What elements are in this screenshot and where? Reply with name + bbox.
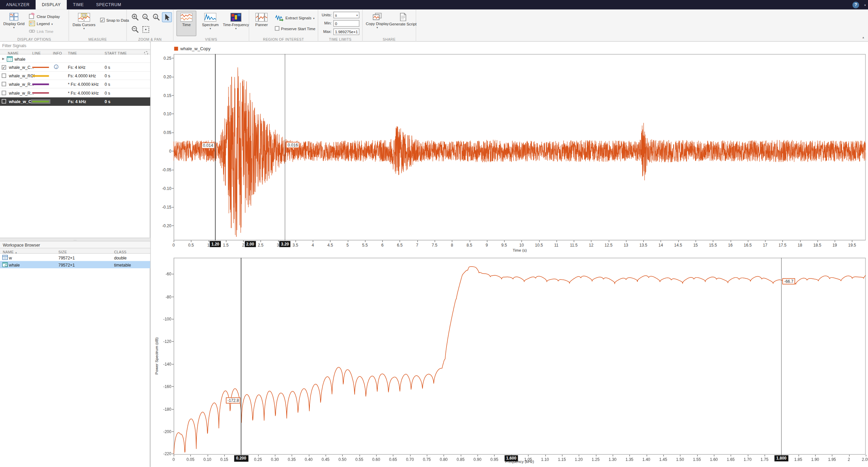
display-grid-icon <box>9 13 18 21</box>
data-cursors-button[interactable]: 2.5 Data Cursors ▾ <box>71 11 97 36</box>
cursor-x-label[interactable]: 1.20 <box>210 241 221 247</box>
time-plot[interactable]: 0.0140.016 <box>174 54 866 240</box>
signal-row[interactable]: whale_w_C...Fs: 4 kHz0 s <box>0 97 150 105</box>
ws-column-name[interactable]: NAME ▲ <box>3 250 17 254</box>
panel-divider[interactable] <box>150 42 151 467</box>
signal-visibility-checkbox[interactable] <box>2 99 6 103</box>
max-time-input[interactable] <box>333 28 359 35</box>
snap-to-data-checkbox[interactable]: ✓ <box>100 18 104 22</box>
clear-display-button[interactable]: Clear Display <box>29 13 60 20</box>
signal-row[interactable]: whale_w_ROIFs: 4.0000 kHz0 s <box>0 72 150 80</box>
cursor-value-label[interactable]: -66.7 <box>783 278 795 284</box>
collapse-ribbon-icon[interactable]: ▲ <box>862 36 865 39</box>
zoom-in-button[interactable] <box>130 12 140 22</box>
cursor-x-label[interactable]: 3.20 <box>279 241 291 247</box>
tab-display[interactable]: DISPLAY <box>36 0 67 9</box>
panner-button[interactable]: Panner <box>252 11 272 36</box>
x-tick <box>365 240 366 242</box>
window-menu-caret-icon[interactable]: ▾ <box>864 3 866 7</box>
signal-row[interactable]: whale_w_R...* Fs: 4.0000 kHz0 s <box>0 80 150 89</box>
ws-column-size[interactable]: SIZE <box>58 250 67 254</box>
ws-column-class[interactable]: CLASS <box>114 250 126 254</box>
x-tick-label: 10.5 <box>531 242 547 248</box>
section-measure: 2.5 Data Cursors ▾ ✓ Snap to Data MEASUR… <box>69 9 127 42</box>
workspace-row[interactable]: w79572×1double <box>0 254 150 261</box>
link-icon <box>29 28 35 35</box>
pointer-tool-button[interactable] <box>162 12 172 22</box>
timetable-icon <box>2 262 8 268</box>
link-time-button: Link Time <box>29 28 53 35</box>
signal-visibility-checkbox[interactable] <box>2 74 6 78</box>
generate-script-button[interactable]: Generate Script <box>391 11 415 36</box>
y-tick <box>172 58 174 59</box>
min-label: Min: <box>319 21 332 25</box>
signal-analyzer-app: ANALYZER DISPLAY TIME SPECTRUM ? ▾ Displ… <box>0 0 868 467</box>
x-tick-label: 1.20 <box>570 457 587 462</box>
section-zoom-pan: x y ZOOM & PAN <box>127 9 174 42</box>
tab-time[interactable]: TIME <box>67 0 90 9</box>
spectrum-plot[interactable]: -172.8-66.7 <box>174 258 866 455</box>
x-tick-label: 1.65 <box>722 457 739 462</box>
zoom-out-button[interactable] <box>130 24 140 35</box>
signal-visibility-checkbox[interactable] <box>2 82 6 86</box>
x-tick-label: 0 <box>165 242 182 248</box>
cursor-value-label[interactable]: 0.014 <box>201 142 215 149</box>
x-tick <box>748 240 748 242</box>
x-tick <box>393 455 394 456</box>
units-dropdown[interactable]: s ▾ <box>333 12 359 18</box>
legend-button[interactable]: Legend ▾ <box>29 21 53 27</box>
zoom-x-button[interactable]: x <box>141 12 151 22</box>
min-time-input[interactable] <box>333 20 359 27</box>
zoom-y-button[interactable]: y <box>151 12 161 22</box>
spectrum-view-button[interactable]: Spectrum ▾ <box>199 11 222 36</box>
x-tick-label: 1.35 <box>621 457 638 462</box>
copy-display-button[interactable]: Copy Display ▾ <box>365 11 390 36</box>
snap-to-data-checkbox-row[interactable]: ✓ Snap to Data <box>100 18 129 22</box>
tab-spectrum[interactable]: SPECTRUM <box>90 0 127 9</box>
x-tick-label: 6.5 <box>391 242 408 248</box>
dropdown-caret-icon: ▾ <box>13 26 15 28</box>
cursor-x-label[interactable]: 0.200 <box>234 455 248 461</box>
signal-line-swatch <box>32 67 49 68</box>
display-grid-button[interactable]: Display Grid ▾ <box>2 11 26 36</box>
time-view-button[interactable]: Time <box>176 11 196 36</box>
cursor-value-label[interactable]: -172.8 <box>226 397 241 404</box>
signal-group-row[interactable]: ▶ whale <box>0 55 150 63</box>
signal-row[interactable]: ✓whale_w_C...iFs: 4 kHz0 s <box>0 63 150 72</box>
cursor-value-label[interactable]: 0.016 <box>286 142 300 148</box>
x-tick-label: 1.95 <box>824 457 840 462</box>
expand-arrow-icon[interactable]: ▶ <box>2 57 5 60</box>
info-icon[interactable]: i <box>54 65 58 69</box>
x-tick <box>494 455 495 456</box>
time-frequency-view-button[interactable]: Time-Frequency ▾ <box>224 11 248 36</box>
workspace-row[interactable]: whale79572×1timetable <box>0 261 150 268</box>
help-icon[interactable]: ? <box>852 1 859 8</box>
x-tick <box>579 455 579 456</box>
x-tick <box>613 455 613 456</box>
y-tick <box>172 151 174 152</box>
x-tick <box>680 455 681 456</box>
tab-analyzer[interactable]: ANALYZER <box>0 0 36 9</box>
x-tick-label: 8 <box>443 242 460 248</box>
preserve-start-time-checkbox-row[interactable]: Preserve Start Time <box>275 26 316 31</box>
signal-row[interactable]: whale_w_R...* Fs: 4.0000 kHz0 s <box>0 89 150 97</box>
x-tick-label: 15 <box>687 242 704 248</box>
filter-signals-input[interactable] <box>0 42 150 50</box>
x-tick <box>539 240 540 242</box>
y-tick <box>172 207 174 208</box>
x-tick <box>714 455 714 456</box>
signal-visibility-checkbox[interactable]: ✓ <box>2 65 6 70</box>
x-tick <box>275 455 276 456</box>
copy-display-icon <box>373 13 381 21</box>
panel-splitter[interactable]: … <box>0 238 150 241</box>
fit-to-view-button[interactable] <box>141 24 151 35</box>
signal-table-header: NAME LINE INFO TIME START TIME <box>0 50 150 55</box>
x-tick-label: 0.90 <box>469 457 486 462</box>
cursor-x-label[interactable]: 1.800 <box>775 455 788 461</box>
x-tick-label: 0.40 <box>300 457 317 462</box>
extract-signals-button[interactable]: Extract Signals ▾ <box>275 14 315 22</box>
x-tick-label: 1.60 <box>706 457 722 462</box>
preserve-start-time-checkbox[interactable] <box>275 26 279 31</box>
ribbon: Display Grid ▾ Clear Display Legend ▾ Li… <box>0 9 868 42</box>
signal-visibility-checkbox[interactable] <box>2 91 6 95</box>
